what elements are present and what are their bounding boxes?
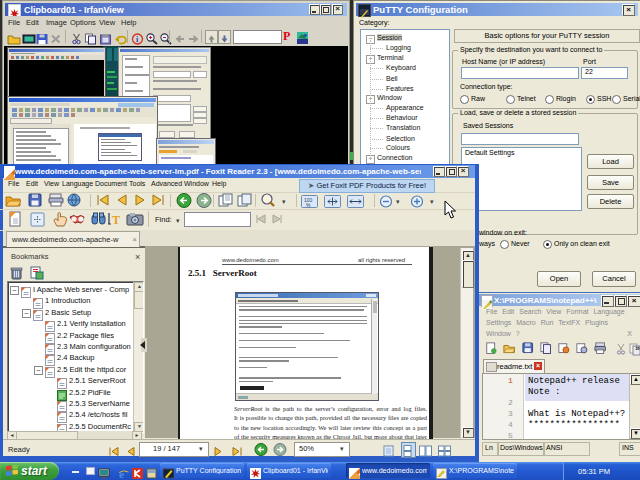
svg-text:e: e	[119, 468, 124, 479]
svg-text:%: %	[306, 202, 311, 208]
svg-text:i: i	[136, 35, 139, 44]
svg-text:T: T	[112, 213, 120, 227]
